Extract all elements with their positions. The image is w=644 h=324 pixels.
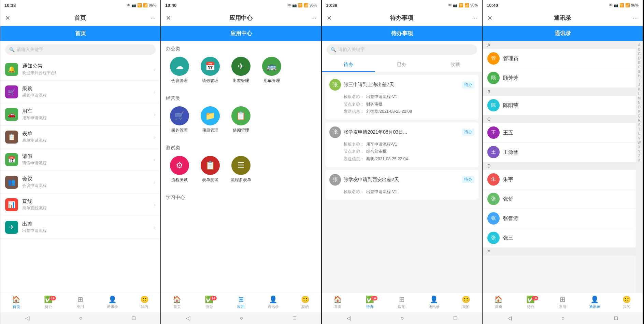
tab-home-2[interactable]: 🏠 首页 <box>161 295 193 309</box>
search-input-3[interactable]: 🔍 请输入关键字 <box>327 44 477 55</box>
more-icon-3[interactable]: ··· <box>472 14 477 22</box>
contact-zhangsan[interactable]: 张 张三 <box>483 228 636 248</box>
todo-card-1[interactable]: 张 张学友申请2021年08月03日... 待办 模板名称： 用车申请流程-V1… <box>325 122 478 167</box>
index-W[interactable]: W <box>638 141 641 145</box>
home-btn-3[interactable]: ○ <box>401 315 404 321</box>
index-U[interactable]: U <box>638 132 640 136</box>
menu-item-direct[interactable]: 📊 直线 简单直线流程 › <box>0 193 160 216</box>
index-hash[interactable]: # <box>638 159 640 162</box>
home-btn-2[interactable]: ○ <box>240 315 243 321</box>
index-Z[interactable]: Z <box>638 154 640 158</box>
home-btn-1[interactable]: ○ <box>79 315 83 321</box>
index-P[interactable]: P <box>638 110 641 113</box>
app-borrow[interactable]: 📋 借阅管理 <box>227 106 255 133</box>
contact-gufangfang[interactable]: 顾 顾芳芳 <box>483 68 636 88</box>
index-H[interactable]: H <box>638 74 640 78</box>
app-project[interactable]: 📁 项目管理 <box>197 106 224 133</box>
home-btn-4[interactable]: ○ <box>561 315 565 321</box>
tab-todo-2[interactable]: 14 ✅ 待办 <box>193 295 225 309</box>
recent-btn-4[interactable]: □ <box>614 315 618 321</box>
recent-btn-1[interactable]: □ <box>132 315 135 321</box>
index-O[interactable]: O <box>638 105 641 109</box>
tab-home-3[interactable]: 🏠 首页 <box>322 295 354 309</box>
tab-contacts-1[interactable]: 👤 通讯录 <box>96 295 128 309</box>
index-X[interactable]: X <box>638 145 641 149</box>
contact-zhuyu[interactable]: 朱 朱宇 <box>483 170 636 189</box>
index-E[interactable]: E <box>638 61 641 65</box>
index-G[interactable]: G <box>638 70 641 73</box>
close-icon-1[interactable]: ✕ <box>5 14 10 22</box>
index-L[interactable]: L <box>638 92 640 96</box>
tab-home-1[interactable]: 🏠 首页 <box>0 295 32 309</box>
menu-item-car[interactable]: 🚗 用车 用车申请流程 › <box>0 103 160 126</box>
tab-app-4[interactable]: ⊞ 应用 <box>547 295 579 309</box>
app-trip[interactable]: ✈ 出差管理 <box>227 57 255 84</box>
recent-btn-2[interactable]: □ <box>293 315 296 321</box>
back-btn-3[interactable]: ◁ <box>347 315 351 321</box>
app-multi-form[interactable]: ☰ 流程多表单 <box>227 156 255 183</box>
contact-chenyangrong[interactable]: 陈 陈阳荣 <box>483 96 636 115</box>
more-icon-1[interactable]: ··· <box>151 14 156 22</box>
close-icon-2[interactable]: ✕ <box>166 14 171 22</box>
tab-pending[interactable]: 待办 <box>322 58 375 72</box>
back-btn-1[interactable]: ◁ <box>25 315 29 321</box>
menu-item-notice[interactable]: 🔔 通知公告 欢迎来到云程平台! › <box>0 58 160 81</box>
index-V[interactable]: V <box>638 136 641 140</box>
contact-manager[interactable]: 管 管理员 <box>483 49 636 68</box>
menu-item-leave[interactable]: 📅 请假 请假申请流程 › <box>0 148 160 171</box>
menu-item-purchase[interactable]: 🛒 采购 采购申请流程 › <box>0 81 160 103</box>
tab-me-2[interactable]: 🙂 我的 <box>289 295 321 309</box>
todo-card-2[interactable]: 张 张学友申请到西安出差2天 待办 模板名称： 出差申请流程-V1 <box>325 170 478 200</box>
tab-contacts-3[interactable]: 👤 通讯录 <box>418 295 450 309</box>
index-B[interactable]: B <box>638 48 641 51</box>
tab-contacts-2[interactable]: 👤 通讯录 <box>257 295 289 309</box>
app-leave[interactable]: 📅 请假管理 <box>197 57 224 84</box>
index-A[interactable]: A <box>638 43 641 47</box>
back-btn-4[interactable]: ◁ <box>507 315 512 321</box>
index-J[interactable]: J <box>639 83 640 87</box>
index-S[interactable]: S <box>638 123 641 127</box>
tab-contacts-4[interactable]: 👤 通讯录 <box>578 295 611 309</box>
index-I[interactable]: I <box>639 79 640 82</box>
app-flow-test[interactable]: ⚙ 流程测试 <box>166 156 193 183</box>
index-Y[interactable]: Y <box>638 150 641 153</box>
menu-item-form[interactable]: 📋 表单 表单测试流程 › <box>0 126 160 148</box>
tab-todo-1[interactable]: 14 ✅ 待办 <box>32 295 65 309</box>
contact-zhangzhitao[interactable]: 张 张智涛 <box>483 209 636 228</box>
tab-starred[interactable]: 收藏 <box>429 58 482 72</box>
menu-item-meeting[interactable]: 👥 会议 会议申请流程 › <box>0 171 160 193</box>
app-meeting[interactable]: ☁ 会议管理 <box>166 57 193 84</box>
more-icon-4[interactable]: ··· <box>633 14 638 22</box>
index-D[interactable]: D <box>638 56 640 60</box>
index-N[interactable]: N <box>638 101 640 105</box>
contact-wangyuanzhi[interactable]: 王 王源智 <box>483 143 636 162</box>
more-icon-2[interactable]: ··· <box>311 14 316 22</box>
tab-me-4[interactable]: 🙂 我的 <box>611 295 643 309</box>
contact-wangwu[interactable]: 王 王五 <box>483 123 636 143</box>
tab-app-1[interactable]: ⊞ 应用 <box>65 295 97 309</box>
todo-card-0[interactable]: 张 张三申请到上海出差7天 待办 模板名称： 出差申请流程-V1 节点名称： 财… <box>325 75 478 120</box>
index-C[interactable]: C <box>638 52 640 56</box>
index-M[interactable]: M <box>638 96 641 100</box>
index-R[interactable]: R <box>638 119 640 122</box>
back-btn-2[interactable]: ◁ <box>186 315 190 321</box>
index-Q[interactable]: Q <box>638 114 641 118</box>
tab-app-2[interactable]: ⊞ 应用 <box>225 295 257 309</box>
index-F[interactable]: F <box>638 65 640 69</box>
app-car[interactable]: 🚌 用车管理 <box>258 57 285 84</box>
index-T[interactable]: T <box>638 127 640 131</box>
recent-btn-3[interactable]: □ <box>454 315 457 321</box>
close-icon-3[interactable]: ✕ <box>327 14 332 22</box>
tab-todo-3[interactable]: 14 ✅ 待办 <box>354 295 386 309</box>
tab-todo-4[interactable]: 14 ✅ 待办 <box>515 295 547 309</box>
app-form-test[interactable]: 📋 表单测试 <box>197 156 224 183</box>
tab-me-1[interactable]: 🙂 我的 <box>128 295 160 309</box>
tab-done[interactable]: 已办 <box>375 58 428 72</box>
tab-me-3[interactable]: 🙂 我的 <box>450 295 482 309</box>
tab-home-4[interactable]: 🏠 首页 <box>483 295 515 309</box>
contact-zhangqiao[interactable]: 张 张侨 <box>483 189 636 209</box>
search-input-1[interactable]: 🔍 请输入关键字 <box>5 44 156 55</box>
menu-item-trip[interactable]: ✈ 出差 出差申请流程 › <box>0 216 160 239</box>
close-icon-4[interactable]: ✕ <box>487 14 492 22</box>
app-purchase[interactable]: 🛒 采购管理 <box>166 106 193 133</box>
